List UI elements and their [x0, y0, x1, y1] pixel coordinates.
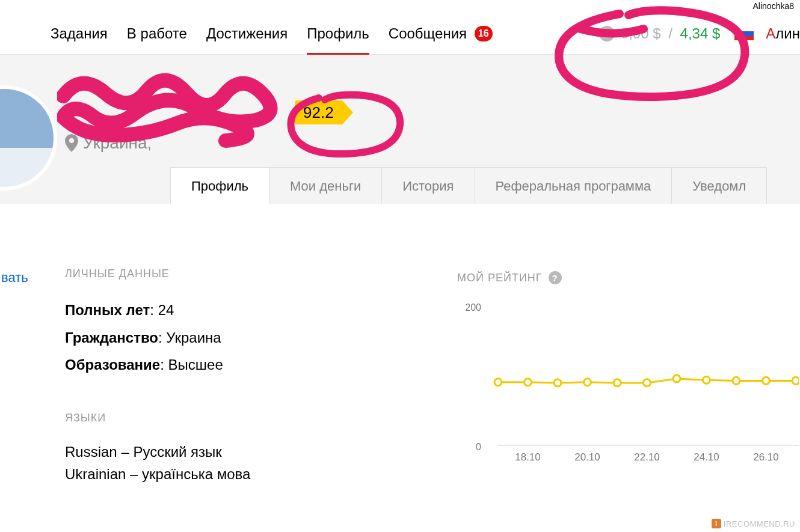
username-rest: лин — [775, 25, 800, 41]
edit-link[interactable]: вать — [1, 270, 28, 286]
balance-available: 4,34 $ — [680, 25, 721, 41]
svg-point-10 — [792, 377, 799, 384]
watermark-icon: i — [712, 519, 721, 528]
nav-tasks[interactable]: Задания — [51, 12, 108, 55]
xtick-label: 26.10 — [753, 451, 779, 463]
svg-point-9 — [763, 377, 770, 384]
list-item: Образование: Высшее — [65, 351, 223, 379]
username[interactable]: Алин — [766, 25, 800, 42]
nav-messages-label: Сообщения — [389, 25, 467, 41]
tab-history[interactable]: История — [381, 167, 475, 204]
value-age: 24 — [158, 302, 174, 318]
tab-money[interactable]: Мои деньги — [269, 167, 382, 204]
list-item: Полных лет: 24 — [65, 296, 223, 324]
section-languages-header: ЯЗЫКИ — [65, 412, 106, 424]
avatar[interactable] — [0, 85, 57, 191]
value-citizenship: Украина — [166, 329, 221, 346]
tab-notifications[interactable]: Уведомл — [671, 167, 767, 204]
nav-profile[interactable]: Профиль — [307, 12, 369, 55]
balance-separator: / — [665, 25, 676, 41]
tab-referral[interactable]: Реферальная программа — [475, 167, 672, 204]
svg-point-2 — [554, 379, 561, 387]
help-icon[interactable]: ? — [549, 271, 562, 284]
profile-header: Украина, 92.2 Профиль Мои деньги История… — [0, 55, 800, 204]
svg-point-7 — [703, 376, 710, 384]
value-education: Высшее — [168, 356, 223, 373]
tab-profile[interactable]: Профиль — [170, 167, 269, 204]
nav-messages[interactable]: Сообщения 16 — [389, 12, 493, 55]
help-icon[interactable]: ? — [599, 26, 615, 41]
rating-badge: 92.2 — [295, 100, 342, 124]
svg-point-3 — [584, 379, 591, 386]
label-education: Образование — [65, 356, 160, 373]
balance[interactable]: 0,00 $ / 4,34 $ — [621, 25, 720, 42]
rating-line — [462, 293, 799, 449]
flag-icon[interactable] — [734, 27, 754, 40]
svg-point-4 — [614, 379, 621, 387]
xtick-label: 24.10 — [694, 451, 719, 463]
section-rating-header: МОЙ РЕЙТИНГ ? — [457, 271, 562, 284]
messages-badge: 16 — [475, 26, 493, 41]
nav-achievements[interactable]: Достижения — [206, 12, 288, 55]
personal-info-list: Полных лет: 24 Гражданство: Украина Обра… — [65, 296, 223, 379]
watermark-site-text: IRECOMMEND.RU — [724, 519, 795, 528]
list-item: Russian – Русский язык — [65, 441, 250, 463]
svg-point-8 — [733, 377, 740, 384]
rating-header-label: МОЙ РЕЙТИНГ — [457, 272, 543, 284]
label-age: Полных лет — [65, 302, 150, 318]
section-personal-header: ЛИЧНЫЕ ДАННЫЕ — [65, 268, 170, 280]
location-pin-icon — [65, 134, 78, 152]
xtick-label: 20.10 — [574, 451, 600, 463]
content: вать ЛИЧНЫЕ ДАННЫЕ Полных лет: 24 Гражда… — [0, 204, 800, 532]
svg-point-5 — [644, 379, 651, 387]
watermark-username: Alinochka8 — [753, 1, 795, 11]
profile-tabs: Профиль Мои деньги История Реферальная п… — [170, 167, 766, 204]
balance-zero: 0,00 $ — [621, 25, 661, 41]
rating-value: 92.2 — [303, 103, 334, 122]
nav-right: ? 0,00 $ / 4,34 $ Алин — [599, 13, 800, 55]
location-text: Украина, — [83, 133, 152, 153]
location-row: Украина, — [65, 133, 152, 153]
svg-point-1 — [525, 379, 532, 386]
rating-chart: 200 0 18.1020.1022.1024.1026.10 — [462, 293, 799, 461]
top-nav: Задания В работе Достижения Профиль Сооб… — [0, 13, 800, 55]
label-citizenship: Гражданство — [65, 329, 158, 346]
list-item: Ukrainian – українська мова — [65, 463, 250, 485]
watermark-site: i IRECOMMEND.RU — [712, 519, 795, 528]
username-first-letter: А — [766, 25, 775, 41]
languages-list: Russian – Русский язык Ukrainian – украї… — [65, 441, 250, 485]
nav-left: Задания В работе Достижения Профиль Сооб… — [0, 12, 493, 55]
svg-point-0 — [494, 379, 502, 386]
list-item: Гражданство: Украина — [65, 324, 223, 352]
xtick-label: 18.10 — [515, 451, 541, 463]
xtick-label: 22.10 — [634, 451, 660, 463]
nav-in-work[interactable]: В работе — [127, 12, 187, 55]
svg-point-6 — [673, 375, 680, 382]
